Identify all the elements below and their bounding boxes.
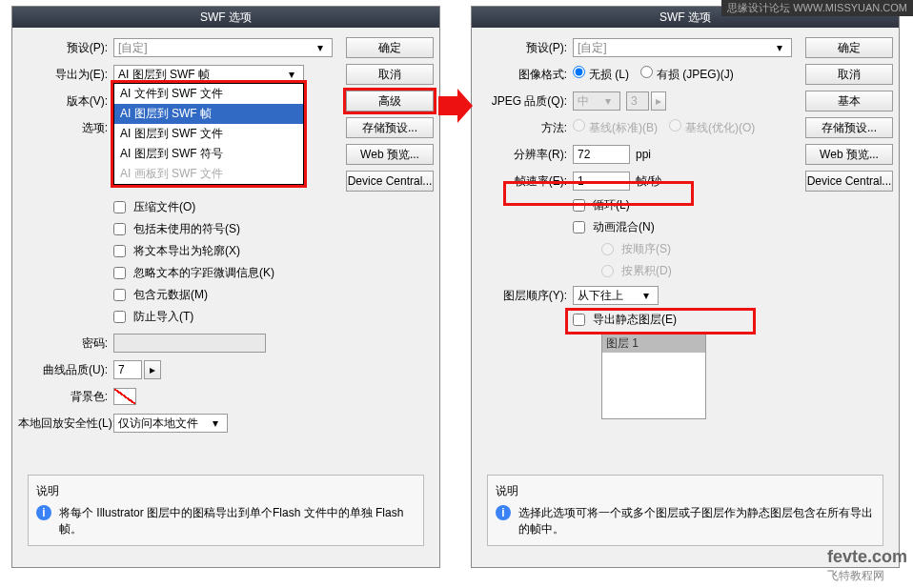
framerate-label: 帧速率(E): xyxy=(477,173,573,190)
dropdown-item-disabled: AI 画板到 SWF 文件 xyxy=(114,164,303,184)
by-order-radio xyxy=(601,243,614,255)
loop-label: 循环(L) xyxy=(593,197,630,213)
resolution-input[interactable] xyxy=(573,145,630,164)
save-preset-button[interactable]: 存储预设... xyxy=(346,117,434,138)
dropdown-item[interactable]: AI 文件到 SWF 文件 xyxy=(114,84,303,104)
dropdown-item[interactable]: AI 图层到 SWF 文件 xyxy=(114,124,303,144)
web-preview-button[interactable]: Web 预览... xyxy=(346,144,434,165)
resolution-label: 分辨率(R): xyxy=(477,147,573,163)
outline-text-checkbox[interactable] xyxy=(113,245,126,257)
compress-checkbox[interactable] xyxy=(113,201,126,213)
swf-options-dialog-basic: SWF 选项 预设(P): [自定] ▾ 导出为(E): AI 图层到 SWF … xyxy=(11,6,440,568)
jpeg-quality-num xyxy=(626,91,649,111)
compress-label: 压缩文件(O) xyxy=(133,199,195,215)
watermark-bottom: fevte.com飞特教程网 xyxy=(827,547,907,584)
baseline-radio: 基线(标准)(B) xyxy=(573,119,658,136)
bgcolor-swatch[interactable] xyxy=(113,388,136,405)
device-central-button[interactable]: Device Central... xyxy=(805,171,893,192)
svg-marker-0 xyxy=(438,89,473,123)
loop-checkbox[interactable] xyxy=(573,199,585,212)
description-box: 说明 i 选择此选项可将一个或多个图层或子图层作为静态图层包含在所有导出的帧中。 xyxy=(487,475,883,546)
password-input xyxy=(113,334,266,353)
options-label: 选项: xyxy=(18,120,113,136)
chevron-down-icon: ▾ xyxy=(208,416,223,430)
method-label: 方法: xyxy=(477,120,573,136)
unused-symbols-checkbox[interactable] xyxy=(113,223,126,235)
info-icon: i xyxy=(496,505,511,520)
resolution-unit: ppi xyxy=(636,148,651,161)
description-text: 将每个 Illustrator 图层中的图稿导出到单个Flash 文件中的单独 … xyxy=(59,505,416,537)
export-as-select[interactable]: AI 图层到 SWF 帧 ▾ xyxy=(113,65,304,84)
protect-import-checkbox[interactable] xyxy=(113,311,126,323)
jpeg-quality-select: 中▾ xyxy=(573,91,620,111)
export-static-checkbox[interactable] xyxy=(573,314,585,326)
save-preset-button[interactable]: 存储预设... xyxy=(805,117,893,138)
jpeg-quality-label: JPEG 品质(Q): xyxy=(477,93,573,110)
preset-select[interactable]: [自定] ▾ xyxy=(113,38,333,57)
web-preview-button[interactable]: Web 预览... xyxy=(805,144,893,165)
preset-label: 预设(P): xyxy=(477,40,573,56)
password-label: 密码: xyxy=(18,335,113,352)
unused-symbols-label: 包括未使用的符号(S) xyxy=(133,221,240,237)
optimized-radio: 基线(优化)(O) xyxy=(669,119,755,136)
bgcolor-label: 背景色: xyxy=(18,389,113,405)
swf-options-dialog-advanced: SWF 选项 预设(P): [自定] ▾ 图像格式: 无损 (L) 有损 (JP… xyxy=(471,6,900,568)
jpeg-stepper-icon: ▸ xyxy=(651,91,666,111)
dropdown-item-selected[interactable]: AI 图层到 SWF 帧 xyxy=(114,104,303,124)
preset-label: 预设(P): xyxy=(18,40,113,56)
metadata-label: 包含元数据(M) xyxy=(133,287,208,303)
security-select[interactable]: 仅访问本地文件 ▾ xyxy=(113,414,228,433)
anim-blend-label: 动画混合(N) xyxy=(593,219,655,235)
protect-import-label: 防止导入(T) xyxy=(133,309,193,325)
arrow-icon xyxy=(438,89,473,123)
ok-button[interactable]: 确定 xyxy=(805,37,893,58)
by-accum-radio xyxy=(601,265,614,277)
ok-button[interactable]: 确定 xyxy=(346,37,434,58)
watermark-top: 思缘设计论坛 WWW.MISSYUAN.COM xyxy=(721,0,913,16)
version-label: 版本(V): xyxy=(18,93,113,110)
metadata-checkbox[interactable] xyxy=(113,289,126,301)
framerate-unit: 帧/秒 xyxy=(636,173,661,190)
export-as-label: 导出为(E): xyxy=(18,67,113,83)
security-label: 本地回放安全性(L): xyxy=(18,416,113,432)
chevron-down-icon: ▾ xyxy=(313,41,328,54)
preset-select[interactable]: [自定] ▾ xyxy=(573,38,792,57)
ignore-kerning-checkbox[interactable] xyxy=(113,267,126,279)
description-box: 说明 i 将每个 Illustrator 图层中的图稿导出到单个Flash 文件… xyxy=(28,475,424,546)
description-title: 说明 xyxy=(36,483,416,499)
dropdown-item[interactable]: AI 图层到 SWF 符号 xyxy=(114,144,303,164)
layer-order-label: 图层顺序(Y): xyxy=(497,288,573,304)
chevron-down-icon: ▾ xyxy=(639,289,654,302)
chevron-down-icon: ▾ xyxy=(284,68,299,81)
export-as-dropdown: AI 文件到 SWF 文件 AI 图层到 SWF 帧 AI 图层到 SWF 文件… xyxy=(113,83,304,185)
framerate-input[interactable] xyxy=(573,172,630,191)
cancel-button[interactable]: 取消 xyxy=(805,64,893,85)
anim-blend-checkbox[interactable] xyxy=(573,221,585,233)
chevron-down-icon: ▾ xyxy=(772,41,787,54)
outline-text-label: 将文本导出为轮廓(X) xyxy=(133,243,240,259)
layer-order-select[interactable]: 从下往上 ▾ xyxy=(573,286,659,305)
lossy-radio[interactable]: 有损 (JPEG)(J) xyxy=(640,66,734,83)
list-item[interactable]: 图层 1 xyxy=(602,335,705,353)
dialog-title: SWF 选项 xyxy=(12,7,439,28)
description-text: 选择此选项可将一个或多个图层或子图层作为静态图层包含在所有导出的帧中。 xyxy=(518,505,875,537)
cancel-button[interactable]: 取消 xyxy=(346,64,434,85)
curve-quality-label: 曲线品质(U): xyxy=(18,362,113,378)
export-static-label: 导出静态图层(E) xyxy=(593,312,677,328)
info-icon: i xyxy=(36,505,51,520)
ignore-kerning-label: 忽略文本的字距微调信息(K) xyxy=(133,265,274,281)
curve-quality-input[interactable] xyxy=(113,360,142,379)
advanced-button[interactable]: 高级 xyxy=(346,91,434,112)
basic-button[interactable]: 基本 xyxy=(805,91,893,112)
description-title: 说明 xyxy=(496,483,875,499)
lossless-radio[interactable]: 无损 (L) xyxy=(573,66,629,83)
device-central-button[interactable]: Device Central... xyxy=(346,171,434,192)
curve-stepper-icon[interactable]: ▸ xyxy=(144,360,161,379)
image-format-label: 图像格式: xyxy=(477,67,573,83)
static-layers-list[interactable]: 图层 1 xyxy=(601,334,706,419)
